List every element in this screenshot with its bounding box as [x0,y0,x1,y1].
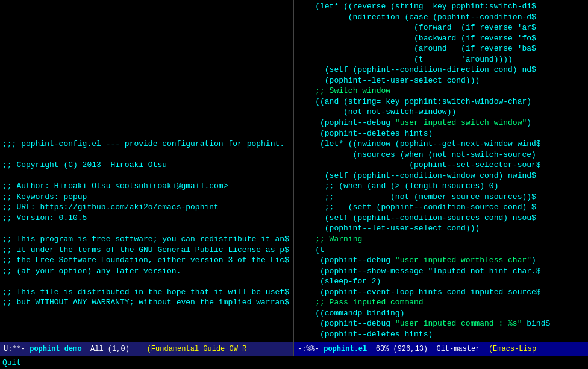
left-flag: U:**- [4,345,25,353]
editor-area: ;;; pophint-config.el --- provide config… [0,0,588,356]
right-pane: (let* ((reverse (string= key pophint:swi… [294,0,588,356]
left-filename: pophint_demo [30,345,81,353]
right-mode: (Emacs-Lisp [489,345,536,353]
right-branch: Git-master [436,345,480,353]
right-filename: pophint.el [324,345,367,353]
minibuffer-text: Quit [2,358,21,367]
left-pane: ;;; pophint-config.el --- provide config… [0,0,294,356]
right-code-content[interactable]: (let* ((reverse (string= key pophint:swi… [294,0,588,342]
right-percentage: 63% (926,13) [376,345,428,353]
right-flag: -:%%- [298,345,319,353]
right-mode-line: -:%%- pophint.el 63% (926,13) Git-master… [294,342,588,356]
left-mode-line: U:**- pophint_demo All (1,0) (Fundamenta… [0,342,293,356]
left-position: All (1,0) [90,345,130,353]
left-code-content[interactable]: ;;; pophint-config.el --- provide config… [0,0,293,342]
left-mode: (Fundamental Guide OW R [147,345,247,353]
minibuffer: Quit [0,356,588,369]
